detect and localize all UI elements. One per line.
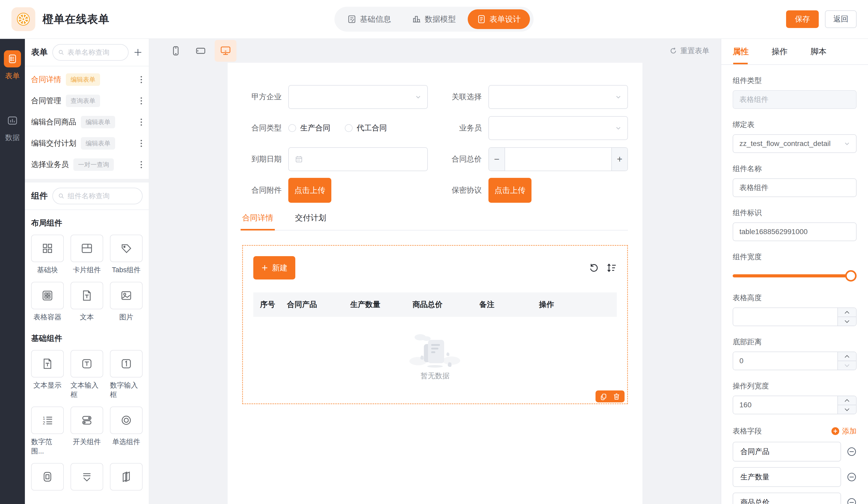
table-height-input[interactable] bbox=[733, 308, 837, 326]
form-type-badge: 编辑表单 bbox=[66, 73, 100, 86]
selected-table-widget[interactable]: 新建 序号 bbox=[242, 245, 628, 404]
component-text[interactable]: 文本 bbox=[71, 282, 103, 322]
table-height-label: 表格高度 bbox=[733, 293, 857, 303]
due-date-picker[interactable] bbox=[288, 147, 428, 171]
relation-select[interactable] bbox=[488, 85, 628, 109]
table-field-item[interactable]: 生产数量 bbox=[733, 467, 841, 487]
device-tablet-button[interactable] bbox=[190, 40, 211, 62]
reset-form-button[interactable]: 重置表单 bbox=[669, 46, 709, 56]
add-field-button[interactable]: 添加 bbox=[831, 426, 857, 436]
create-row-button[interactable]: 新建 bbox=[253, 256, 295, 279]
kebab-menu-icon[interactable] bbox=[140, 139, 143, 148]
salesman-select[interactable] bbox=[488, 116, 628, 140]
undo-refresh-icon[interactable] bbox=[589, 263, 599, 273]
step-up-button[interactable] bbox=[838, 352, 856, 361]
kebab-menu-icon[interactable] bbox=[140, 160, 143, 169]
party-company-select[interactable] bbox=[288, 85, 428, 109]
remove-field-icon[interactable] bbox=[847, 447, 857, 456]
copy-widget-icon[interactable] bbox=[600, 392, 608, 400]
field-label: 保密协议 bbox=[442, 185, 482, 195]
back-button[interactable]: 返回 bbox=[825, 10, 857, 28]
tablet-icon bbox=[195, 45, 206, 56]
nda-upload-button[interactable]: 点击上传 bbox=[488, 178, 531, 203]
form-list-item-edit-delivery-plan[interactable]: 编辑交付计划 编辑表单 bbox=[25, 133, 149, 154]
action-col-width-input[interactable] bbox=[733, 396, 837, 414]
stepper bbox=[837, 396, 856, 414]
component-card[interactable]: 卡片组件 bbox=[71, 235, 103, 275]
sheet-tabs: 合同详情 交付计划 bbox=[242, 213, 628, 230]
component-tabs[interactable]: Tabs组件 bbox=[110, 235, 143, 275]
form-list-item-choose-salesman[interactable]: 选择业务员 一对一查询 bbox=[25, 154, 149, 175]
step-up-button[interactable] bbox=[838, 396, 856, 405]
component-checkbox[interactable] bbox=[31, 463, 64, 491]
dropdown-icon bbox=[80, 470, 94, 484]
svg-text:2: 2 bbox=[43, 421, 45, 425]
slider-handle[interactable] bbox=[845, 270, 857, 281]
component-text-input[interactable]: 文本输入框 bbox=[71, 350, 103, 399]
total-price-input[interactable] bbox=[505, 148, 611, 171]
increase-button[interactable]: + bbox=[611, 148, 628, 171]
form-list-item-edit-contract-product[interactable]: 编辑合同商品 编辑表单 bbox=[25, 112, 149, 133]
field-label: 合同总价 bbox=[442, 154, 482, 164]
form-name: 合同详情 bbox=[31, 74, 61, 85]
bottom-gap-input[interactable] bbox=[733, 352, 837, 370]
component-basic-block[interactable]: 基础块 bbox=[31, 235, 64, 275]
component-search-input[interactable] bbox=[68, 192, 137, 200]
component-library: 布局组件 基础块 卡片组件 bbox=[25, 210, 149, 504]
step-down-button[interactable] bbox=[838, 361, 856, 370]
tab-basic-info[interactable]: 基础信息 bbox=[338, 9, 400, 29]
component-text-display[interactable]: 文本显示 bbox=[31, 350, 64, 399]
form-list-item-contract-detail[interactable]: 合同详情 编辑表单 bbox=[25, 69, 149, 90]
rail-item-data[interactable]: 数据 bbox=[4, 112, 21, 143]
kebab-menu-icon[interactable] bbox=[140, 96, 143, 105]
table-field-item[interactable]: 商品总价 bbox=[733, 493, 841, 504]
tab-delivery-plan[interactable]: 交付计划 bbox=[295, 213, 326, 230]
tab-form-design[interactable]: 表单设计 bbox=[468, 9, 530, 29]
table-field-item[interactable]: 合同产品 bbox=[733, 442, 841, 462]
form-search-input[interactable] bbox=[68, 49, 123, 56]
device-desktop-button[interactable] bbox=[215, 40, 236, 62]
empty-state: 暂无数据 bbox=[253, 317, 617, 394]
form-list: 合同详情 编辑表单 合同管理 查询表单 编辑合同商品 编辑表单 bbox=[25, 66, 149, 179]
radio-production-contract[interactable]: 生产合同 bbox=[288, 123, 330, 133]
component-cascade[interactable] bbox=[110, 463, 143, 491]
form-name: 合同管理 bbox=[31, 96, 61, 106]
step-down-button[interactable] bbox=[838, 405, 856, 414]
component-image[interactable]: 图片 bbox=[110, 282, 143, 322]
form-list-item-contract-manage[interactable]: 合同管理 查询表单 bbox=[25, 90, 149, 112]
decrease-button[interactable]: − bbox=[489, 148, 505, 171]
device-phone-button[interactable] bbox=[165, 40, 187, 62]
tab-data-model[interactable]: 数据模型 bbox=[403, 9, 465, 29]
tab-script[interactable]: 脚本 bbox=[810, 39, 827, 64]
kebab-menu-icon[interactable] bbox=[140, 75, 143, 84]
delete-widget-icon[interactable] bbox=[613, 392, 620, 400]
attachment-upload-button[interactable]: 点击上传 bbox=[288, 178, 331, 203]
radio-oem-contract[interactable]: 代工合同 bbox=[345, 123, 387, 133]
tab-actions[interactable]: 操作 bbox=[772, 39, 788, 64]
component-id-input[interactable] bbox=[733, 223, 857, 241]
image-icon bbox=[120, 289, 133, 302]
remove-field-icon[interactable] bbox=[847, 497, 857, 504]
app-title: 橙单在线表单 bbox=[42, 12, 110, 27]
component-name-input[interactable] bbox=[733, 178, 857, 197]
step-up-button[interactable] bbox=[838, 308, 856, 317]
component-radio[interactable]: 单选组件 bbox=[110, 407, 143, 456]
component-width-slider[interactable] bbox=[733, 270, 857, 282]
component-number-range[interactable]: 1 2 数字范围... bbox=[31, 407, 64, 456]
tab-attributes[interactable]: 属性 bbox=[733, 39, 749, 64]
add-form-icon[interactable] bbox=[133, 48, 143, 57]
slider-track bbox=[733, 274, 857, 277]
rail-item-forms[interactable]: 表单 bbox=[4, 50, 21, 81]
component-dropdown[interactable] bbox=[71, 463, 103, 491]
bind-table-select[interactable]: zz_test_flow_contract_detail bbox=[733, 134, 857, 153]
save-button[interactable]: 保存 bbox=[786, 10, 819, 28]
component-switch[interactable]: 开关组件 bbox=[71, 407, 103, 456]
sort-columns-icon[interactable] bbox=[607, 263, 617, 273]
kebab-menu-icon[interactable] bbox=[140, 118, 143, 126]
basic-components-grid: 文本显示 文本输入框 数字输入框 bbox=[31, 350, 143, 495]
tab-contract-detail[interactable]: 合同详情 bbox=[242, 213, 273, 230]
component-table-container[interactable]: 表格容器 bbox=[31, 282, 64, 322]
remove-field-icon[interactable] bbox=[847, 472, 857, 482]
component-number-input[interactable]: 数字输入框 bbox=[110, 350, 143, 399]
step-down-button[interactable] bbox=[838, 317, 856, 326]
